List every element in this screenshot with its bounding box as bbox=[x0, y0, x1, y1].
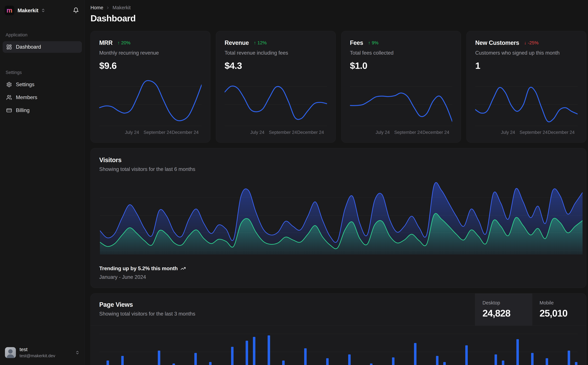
nav-section-application: Application bbox=[6, 32, 79, 38]
trend-badge: ↑20% bbox=[118, 40, 130, 45]
x-tick: September 24 bbox=[144, 130, 172, 135]
sidebar-item-label: Settings bbox=[16, 82, 35, 88]
bar bbox=[268, 335, 270, 365]
arrow-up-icon: ↑ bbox=[368, 40, 371, 45]
user-name: test bbox=[20, 347, 55, 352]
user-menu[interactable]: test test@makerkit.dev bbox=[3, 345, 82, 360]
bar bbox=[231, 347, 234, 365]
stat-title: Fees bbox=[350, 39, 363, 46]
desktop-label: Desktop bbox=[483, 300, 532, 306]
mobile-value: 25,010 bbox=[540, 308, 586, 319]
user-avatar bbox=[5, 347, 16, 358]
bar bbox=[173, 364, 175, 365]
x-tick: December 24 bbox=[422, 130, 449, 135]
sidebar-item-billing[interactable]: Billing bbox=[3, 105, 82, 116]
stat-card-revenue: Revenue ↑12% Total revenue including fee… bbox=[216, 31, 336, 143]
page-title: Dashboard bbox=[90, 13, 586, 23]
chevrons-up-down-icon bbox=[75, 351, 80, 355]
workspace-selector[interactable]: Makerkit bbox=[18, 7, 45, 14]
stat-value: $9.6 bbox=[99, 60, 202, 71]
bar bbox=[209, 362, 212, 365]
date-range-text: January - June 2024 bbox=[99, 274, 578, 280]
gridline bbox=[100, 197, 582, 197]
gridline bbox=[225, 104, 327, 105]
bar bbox=[348, 354, 351, 365]
x-tick: December 24 bbox=[548, 130, 574, 135]
bar bbox=[436, 356, 438, 365]
x-axis-labels: July 24 September 24 December 24 bbox=[225, 130, 327, 136]
visitors-subtitle: Showing total visitors for the last 6 mo… bbox=[99, 166, 578, 172]
sidebar: m Makerkit Application Dashbo bbox=[0, 0, 85, 365]
stat-title: New Customers bbox=[475, 39, 519, 46]
bar bbox=[568, 351, 570, 365]
page-views-card: Page Views Showing total visitors for th… bbox=[90, 293, 586, 365]
sidebar-item-label: Dashboard bbox=[16, 44, 41, 50]
breadcrumb: Home Makerkit bbox=[90, 5, 586, 10]
bell-icon bbox=[73, 7, 79, 13]
sidebar-item-settings[interactable]: Settings bbox=[3, 79, 82, 90]
trend-badge: ↑9% bbox=[368, 40, 378, 45]
sidebar-header: m Makerkit bbox=[3, 4, 82, 17]
nav-section-settings: Settings bbox=[6, 70, 79, 75]
mobile-toggle[interactable]: Mobile 25,010 bbox=[532, 294, 586, 325]
sparkline-chart bbox=[225, 78, 327, 126]
sidebar-item-label: Billing bbox=[16, 107, 30, 113]
trend-badge: ↓-25% bbox=[524, 40, 539, 45]
stat-cards-row: MRR ↑20% Monthly recurring revenue $9.6 … bbox=[90, 31, 586, 143]
page-views-bar-chart bbox=[99, 326, 578, 365]
arrow-up-icon: ↑ bbox=[254, 40, 256, 45]
series-toggle-group: Desktop 24,828 Mobile 25,010 bbox=[475, 294, 586, 325]
arrow-up-icon: ↑ bbox=[118, 40, 120, 45]
x-tick: July 24 bbox=[125, 130, 139, 135]
sidebar-nav: Application Dashboard Settings Settings … bbox=[3, 32, 82, 118]
mobile-label: Mobile bbox=[540, 300, 586, 306]
gridline bbox=[350, 104, 452, 105]
x-tick: September 24 bbox=[519, 130, 548, 135]
breadcrumb-home-link[interactable]: Home bbox=[90, 5, 103, 10]
stat-card-new-customers: New Customers ↓-25% Customers who signed… bbox=[466, 31, 586, 143]
sparkline-chart bbox=[99, 78, 202, 126]
trending-text: Trending up by 5.2% this month bbox=[99, 265, 178, 272]
page-views-subtitle: Showing total visitors for the last 3 mo… bbox=[99, 311, 466, 317]
gridline bbox=[99, 86, 202, 87]
layout-dashboard-icon bbox=[6, 44, 12, 50]
desktop-toggle[interactable]: Desktop 24,828 bbox=[475, 294, 532, 325]
breadcrumb-current: Makerkit bbox=[112, 5, 131, 10]
x-axis-labels: July 24 September 24 December 24 bbox=[475, 130, 578, 136]
gridline bbox=[99, 352, 578, 352]
sparkline-chart bbox=[475, 78, 578, 126]
sidebar-item-label: Members bbox=[16, 94, 37, 100]
sidebar-item-members[interactable]: Members bbox=[3, 92, 82, 103]
sidebar-item-dashboard[interactable]: Dashboard bbox=[3, 41, 82, 53]
notifications-button[interactable] bbox=[72, 6, 80, 15]
bar bbox=[158, 351, 160, 365]
bar bbox=[282, 360, 285, 365]
x-tick: July 24 bbox=[376, 130, 390, 135]
x-axis-labels: July 24 September 24 December 24 bbox=[99, 130, 202, 136]
user-email: test@makerkit.dev bbox=[20, 353, 55, 358]
trending-up-icon bbox=[180, 266, 186, 271]
bar bbox=[246, 341, 248, 365]
sparkline-chart bbox=[350, 78, 452, 126]
bar bbox=[106, 360, 109, 365]
bar bbox=[392, 357, 394, 365]
brand-logo: m bbox=[5, 6, 14, 15]
trend-value: 9% bbox=[372, 40, 378, 45]
bar bbox=[121, 356, 124, 365]
bar bbox=[575, 362, 577, 365]
gridline bbox=[99, 104, 202, 105]
x-tick: September 24 bbox=[269, 130, 297, 135]
x-axis-labels: July 24 September 24 December 24 bbox=[350, 130, 452, 136]
app-root: m Makerkit Application Dashbo bbox=[0, 0, 588, 365]
bar bbox=[414, 343, 416, 365]
trend-value: -25% bbox=[528, 40, 539, 45]
trend-badge: ↑12% bbox=[254, 40, 267, 45]
gridline bbox=[99, 334, 578, 334]
svg-text:m: m bbox=[7, 7, 12, 14]
gridline bbox=[475, 104, 578, 105]
stat-description: Total fees collected bbox=[350, 50, 452, 56]
trend-value: 12% bbox=[257, 40, 267, 45]
stat-card-mrr: MRR ↑20% Monthly recurring revenue $9.6 … bbox=[90, 31, 210, 143]
stat-description: Customers who signed up this month bbox=[475, 50, 578, 56]
credit-card-icon bbox=[6, 108, 12, 113]
